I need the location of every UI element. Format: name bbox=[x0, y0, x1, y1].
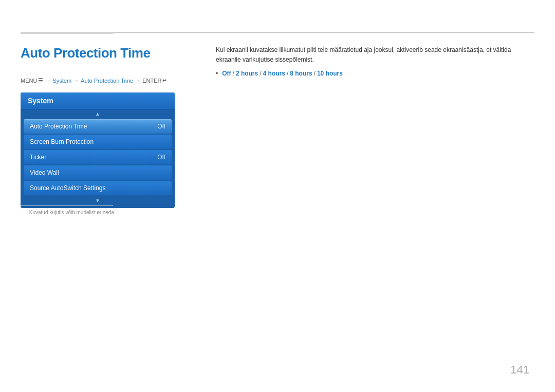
menu-item-label-ticker: Ticker bbox=[30, 154, 46, 161]
menu-item-source-autoswitch[interactable]: Source AutoSwitch Settings bbox=[24, 181, 172, 195]
menu-item-label-auto-protection: Auto Protection Time bbox=[30, 123, 87, 130]
system-panel-title: System bbox=[28, 97, 53, 105]
menu-item-video-wall[interactable]: Video Wall bbox=[24, 165, 172, 180]
option-sep-4: / bbox=[314, 70, 316, 77]
option-sep-2: / bbox=[260, 70, 261, 77]
menu-item-ticker[interactable]: Ticker Off bbox=[24, 150, 172, 164]
top-line bbox=[21, 32, 534, 33]
system-panel-header: System bbox=[21, 92, 175, 109]
option-2hours: 2 hours bbox=[236, 70, 258, 77]
breadcrumb: MENU ☰ → System → Auto Protection Time →… bbox=[21, 77, 167, 84]
breadcrumb-arrow-1: → bbox=[45, 78, 50, 83]
menu-item-label-source-autoswitch: Source AutoSwitch Settings bbox=[30, 184, 105, 192]
menu-item-label-screen-burn: Screen Burn Protection bbox=[30, 138, 94, 145]
breadcrumb-enter: ENTER bbox=[142, 78, 161, 84]
description-text: Kui ekraanil kuvatakse liikumatut pilti … bbox=[216, 45, 534, 65]
option-off: Off bbox=[222, 70, 231, 77]
system-panel: System ▲ Auto Protection Time Off Screen… bbox=[21, 92, 175, 208]
footnote-arrow: ― bbox=[21, 210, 26, 215]
menu-item-screen-burn[interactable]: Screen Burn Protection bbox=[24, 135, 172, 149]
option-4hours: 4 hours bbox=[263, 70, 285, 77]
footnote-text: Kuvatud kujutis võib mudelist erineda. bbox=[29, 210, 116, 215]
breadcrumb-arrow-2: → bbox=[73, 78, 79, 83]
description-area: Kui ekraanil kuvatakse liikumatut pilti … bbox=[216, 45, 534, 77]
option-sep-3: / bbox=[287, 70, 288, 77]
panel-arrow-down: ▼ bbox=[21, 196, 175, 205]
breadcrumb-enter-icon: ↵ bbox=[162, 77, 167, 84]
menu-item-value-auto-protection: Off bbox=[157, 123, 165, 130]
page-number: 141 bbox=[510, 363, 529, 377]
breadcrumb-menu-icon: ☰ bbox=[38, 77, 43, 84]
breadcrumb-current: Auto Protection Time bbox=[81, 78, 133, 84]
bottom-divider bbox=[21, 206, 113, 206]
footnote: ― Kuvatud kujutis võib mudelist erineda. bbox=[21, 210, 116, 215]
breadcrumb-menu: MENU bbox=[21, 78, 37, 84]
option-sep-1: / bbox=[233, 70, 234, 77]
bullet: • bbox=[216, 70, 218, 77]
menu-item-label-video-wall: Video Wall bbox=[30, 169, 59, 176]
breadcrumb-system: System bbox=[52, 78, 71, 84]
page-title: Auto Protection Time bbox=[21, 45, 150, 61]
panel-arrow-up: ▲ bbox=[21, 109, 175, 118]
option-8hours: 8 hours bbox=[290, 70, 312, 77]
breadcrumb-arrow-3: → bbox=[135, 78, 140, 83]
menu-item-value-ticker: Off bbox=[157, 154, 165, 161]
menu-item-auto-protection[interactable]: Auto Protection Time Off bbox=[24, 119, 172, 134]
option-10hours: 10 hours bbox=[317, 70, 343, 77]
options-line: • Off / 2 hours / 4 hours / 8 hours / 10… bbox=[216, 70, 534, 77]
